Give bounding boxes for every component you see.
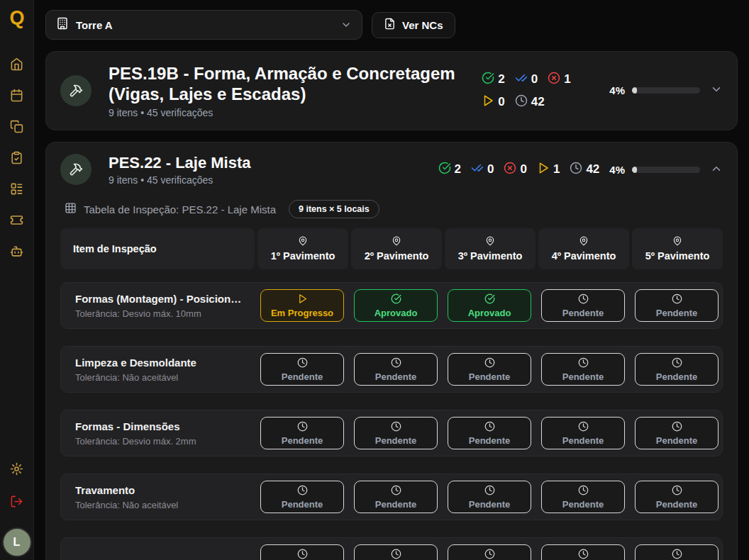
map-pin-icon — [485, 236, 495, 248]
sidebar-item-calendar[interactable] — [10, 89, 23, 104]
status-button-pendente[interactable]: Pendente — [635, 353, 719, 386]
status-button-pendente[interactable]: Pendente — [448, 481, 531, 513]
table-header: Item de Inspeção 1º Pavimento 2º Pavimen… — [60, 228, 723, 269]
status-button-pendente[interactable]: Pendente — [354, 417, 438, 449]
status-button-pendente[interactable]: Pendente — [260, 481, 344, 513]
grid-icon — [65, 202, 77, 217]
clock-icon — [672, 357, 682, 370]
location-label: 1º Pavimento — [271, 250, 335, 262]
status-label: Pendente — [469, 435, 511, 446]
clock-icon — [578, 421, 589, 434]
item-info: Formas (Montagem) - Posicionamento, A...… — [75, 293, 254, 319]
status-button-pendente[interactable]: Pendente — [354, 353, 438, 386]
item-tolerance: Tolerância: Desvio máx. 2mm — [75, 436, 254, 447]
status-button-pendente[interactable]: Pendente — [448, 353, 531, 386]
stat-approved: 2 — [482, 72, 504, 87]
status-button-em_progresso[interactable]: Em Progresso — [260, 289, 344, 322]
inspection-card-pes22: PES.22 - Laje Mista 9 itens • 45 verific… — [45, 142, 738, 560]
ticket-icon — [10, 213, 23, 229]
sidebar-item-projects[interactable] — [10, 120, 23, 135]
status-label: Pendente — [562, 371, 604, 382]
status-button-pendente[interactable]: Pendente — [448, 544, 531, 560]
x-circle-icon — [548, 72, 560, 87]
avatar-initial: L — [13, 536, 21, 549]
status-button-pendente[interactable]: Pendente — [635, 289, 719, 322]
status-button-aprovado[interactable]: Aprovado — [448, 289, 531, 322]
settings-button[interactable] — [10, 462, 23, 478]
stat-in-progress: 1 — [537, 162, 560, 177]
card-stats: 2 0 1 0 42 — [482, 72, 589, 110]
sidebar-item-home[interactable] — [10, 57, 23, 73]
location-label: 5º Pavimento — [645, 250, 710, 262]
status-button-pendente[interactable]: Pendente — [541, 353, 625, 386]
check-circle-icon — [484, 293, 495, 306]
clock-icon — [484, 549, 495, 560]
card-title: PES.19B - Forma, Armação e Concretagem (… — [109, 63, 482, 105]
sidebar-item-assistant[interactable] — [10, 245, 23, 260]
status-button-pendente[interactable]: Pendente — [635, 544, 719, 560]
sidebar: Q L — [0, 0, 34, 560]
status-button-aprovado[interactable]: Aprovado — [354, 289, 438, 322]
clock-icon — [391, 549, 401, 560]
location-label: 4º Pavimento — [552, 250, 616, 262]
logout-button[interactable] — [10, 495, 23, 510]
item-tolerance: Tolerância: Desvio máx. 10mm — [75, 308, 254, 319]
item-info: Limpeza e Desmoldante Tolerância: Não ac… — [75, 357, 254, 383]
topbar: Torre A Ver NCs — [45, 10, 738, 40]
status-button-pendente[interactable]: Pendente — [354, 544, 438, 560]
status-button-pendente[interactable]: Pendente — [354, 481, 438, 513]
status-label: Aprovado — [374, 308, 418, 318]
main-content: Torre A Ver NCs PES.19B - Forma, Armação… — [34, 0, 749, 560]
sidebar-item-inspections[interactable] — [10, 151, 23, 167]
expand-button[interactable] — [710, 83, 723, 98]
table-row: Formas (Montagem) - Posicionamento, A...… — [60, 282, 723, 329]
check-check-icon — [471, 162, 484, 177]
card-stats: 2 0 0 1 42 — [438, 162, 600, 177]
status-button-pendente[interactable]: Pendente — [541, 289, 625, 322]
status-label: Pendente — [282, 435, 323, 446]
location-header: 4º Pavimento — [538, 228, 629, 269]
status-button-pendente[interactable]: Pendente — [635, 481, 719, 513]
ver-ncs-button[interactable]: Ver NCs — [372, 12, 455, 38]
progress-percent: 4% — [609, 84, 625, 96]
chevron-up-icon — [710, 167, 723, 177]
tower-select[interactable]: Torre A — [45, 10, 362, 40]
item-info: Formas - Dimensões Tolerância: Desvio má… — [75, 420, 254, 447]
clock-icon — [484, 421, 495, 434]
clock-icon — [578, 549, 589, 560]
home-icon — [10, 57, 23, 73]
inspection-card-pes19b: PES.19B - Forma, Armação e Concretagem (… — [45, 51, 738, 130]
clock-icon — [578, 485, 589, 498]
chevron-down-icon — [710, 87, 723, 98]
check-check-icon — [515, 72, 528, 87]
stat-rechecked: 0 — [515, 72, 538, 87]
status-label: Pendente — [656, 308, 698, 318]
table-row: Limpeza e Desmoldante Tolerância: Não ac… — [60, 346, 723, 393]
status-button-pendente[interactable]: Pendente — [541, 544, 625, 560]
status-button-pendente[interactable]: Pendente — [541, 417, 625, 449]
item-info: Travamento Tolerância: Não aceitável — [75, 484, 254, 510]
status-button-pendente[interactable]: Pendente — [635, 417, 719, 449]
sidebar-item-tickets[interactable] — [10, 213, 23, 229]
play-icon — [297, 293, 308, 306]
stat-pending: 42 — [570, 162, 599, 177]
sidebar-item-checklists[interactable] — [10, 182, 23, 198]
avatar[interactable]: L — [2, 527, 32, 557]
status-label: Pendente — [656, 499, 698, 510]
stat-rejected: 1 — [548, 72, 570, 87]
app-logo: Q — [9, 9, 23, 28]
table-caption: Tabela de Inspeção: PES.22 - Laje Mista … — [65, 198, 723, 220]
location-header: 3º Pavimento — [445, 228, 536, 269]
status-button-pendente[interactable]: Pendente — [260, 353, 344, 386]
map-pin-icon — [392, 236, 401, 248]
status-button-pendente[interactable]: Pendente — [260, 417, 344, 449]
location-label: 2º Pavimento — [365, 250, 429, 262]
clock-icon — [297, 549, 308, 560]
status-button-pendente[interactable]: Pendente — [541, 481, 625, 513]
status-button-pendente[interactable]: Pendente — [448, 417, 531, 449]
status-label: Em Progresso — [271, 308, 333, 318]
bot-icon — [10, 245, 23, 260]
status-button-pendente[interactable]: Pendente — [260, 544, 344, 560]
collapse-button[interactable] — [710, 162, 723, 177]
item-tolerance: Tolerância: Não aceitável — [75, 500, 254, 510]
